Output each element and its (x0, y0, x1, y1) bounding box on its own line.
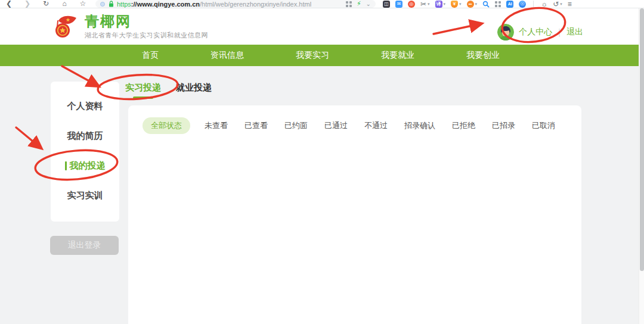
menu-icon[interactable]: ≡ (568, 1, 572, 8)
lock-icon (109, 1, 114, 7)
url-scheme: https (117, 1, 131, 8)
nav-item-employment[interactable]: 我要就业 (381, 50, 414, 61)
logout-link[interactable]: 退出 (566, 27, 583, 38)
address-bar[interactable]: https://www.qingye.com.cn/html/web/geren… (95, 0, 376, 8)
status-filter-row: 全部状态 未查看 已查看 已约面 已通过 不通过 招录确认 已拒绝 已招录 已取… (128, 105, 581, 134)
game-controller-icon[interactable]: ••▾ (467, 1, 478, 8)
sidebar-item-training[interactable]: 实习实训 (67, 190, 103, 201)
filter-viewed[interactable]: 已查看 (244, 120, 268, 131)
filter-interview-arranged[interactable]: 已约面 (284, 120, 308, 131)
filter-recruited[interactable]: 已招录 (492, 120, 515, 131)
forward-icon[interactable]: ❯ (23, 0, 32, 8)
user-center-link[interactable]: 个人中心 (519, 27, 552, 38)
site-logo[interactable]: 青椰网 湖北省青年大学生实习实训和就业信息网 (52, 13, 208, 40)
active-tab-underline (133, 96, 153, 99)
history-undo-icon[interactable]: ↺▾ (553, 1, 562, 8)
theme-sun-icon[interactable]: ☼ (541, 1, 547, 8)
tab-employment-submission[interactable]: 就业投递 (176, 82, 212, 98)
header-separator: | (558, 27, 561, 37)
site-name: 青椰网 (85, 14, 208, 29)
reader-mode-icon[interactable] (100, 2, 105, 7)
nav-item-news[interactable]: 资讯信息 (210, 50, 244, 61)
back-icon[interactable]: ❮ (5, 0, 13, 8)
sidebar-item-submissions[interactable]: 我的投递 (65, 160, 106, 172)
page-scrollbar[interactable] (639, 8, 644, 324)
sidebar-item-profile[interactable]: 个人资料 (67, 101, 103, 112)
chevron-down-icon[interactable]: ⌄ (366, 1, 371, 7)
apps-grid-icon[interactable] (495, 1, 501, 7)
nav-item-startup[interactable]: 我要创业 (466, 50, 500, 61)
site-header: 青椰网 湖北省青年大学生实习实训和就业信息网 个人中心 | 退出 (0, 8, 644, 45)
weibo-icon[interactable]: ◎ (408, 1, 415, 8)
filter-unviewed[interactable]: 未查看 (205, 120, 228, 131)
user-avatar[interactable] (497, 24, 514, 40)
nav-item-home[interactable]: 首页 (142, 50, 159, 61)
filter-not-passed[interactable]: 不通过 (364, 120, 388, 131)
url-text: https://www.qingye.com.cn/html/web/geren… (117, 1, 311, 8)
site-subtitle: 湖北省青年大学生实习实训和就业信息网 (85, 31, 208, 40)
main-nav: 首页 资讯信息 我要实习 我要就业 我要创业 (0, 45, 644, 66)
nav-item-internship[interactable]: 我要实习 (296, 50, 329, 61)
share-compass-icon[interactable]: ☉ (519, 1, 526, 8)
sidebar: 个人资料 我的简历 我的投递 实习实训 (51, 82, 119, 222)
ai-assistant-icon[interactable]: AI (506, 1, 513, 8)
filter-passed[interactable]: 已通过 (324, 120, 348, 131)
filter-cancelled[interactable]: 已取消 (532, 120, 555, 131)
submission-tabs: 实习投递 就业投递 (125, 82, 227, 98)
browser-toolbar: ❮ ❯ ↻ ⌂ ☆ https://www.qingye.com.cn/html… (0, 0, 644, 8)
search-icon[interactable] (482, 1, 490, 8)
tab-internship-submission[interactable]: 实习投递 (125, 82, 161, 98)
qr-code-icon[interactable] (346, 1, 352, 7)
submission-list-panel: 全部状态 未查看 已查看 已约面 已通过 不通过 招录确认 已拒绝 已招录 已取… (128, 105, 581, 324)
scrollbar-thumb[interactable] (640, 8, 644, 271)
league-emblem-icon (52, 13, 80, 40)
filter-rejected[interactable]: 已拒绝 (452, 120, 475, 131)
filter-recruit-confirm[interactable]: 招录确认 (404, 120, 435, 131)
mail-icon[interactable]: ✉ (395, 1, 402, 8)
home-icon[interactable]: ⌂ (60, 0, 69, 8)
url-path: /html/web/gerenzhongxinye/index.html (200, 1, 311, 8)
logout-button[interactable]: 退出登录 (50, 236, 119, 255)
translate-icon[interactable]: 译▾ (435, 1, 446, 8)
url-host: ://www.qingye.com.cn (131, 1, 200, 8)
annotation-arrow-sidebar (16, 127, 41, 148)
reading-list-icon[interactable]: ◫ (383, 1, 390, 8)
filter-all-status[interactable]: 全部状态 (143, 117, 190, 134)
bookmark-star-icon[interactable]: ☆ (79, 0, 87, 8)
screenshot-scissors-icon[interactable]: ✂▾ (420, 1, 430, 8)
sidebar-item-resume[interactable]: 我的简历 (67, 130, 103, 142)
flash-speed-icon[interactable]: ⚡ (357, 0, 361, 8)
refresh-icon[interactable]: ↻ (42, 0, 50, 8)
active-marker (65, 161, 67, 170)
security-shield-icon[interactable]: ¥▾ (451, 1, 462, 8)
